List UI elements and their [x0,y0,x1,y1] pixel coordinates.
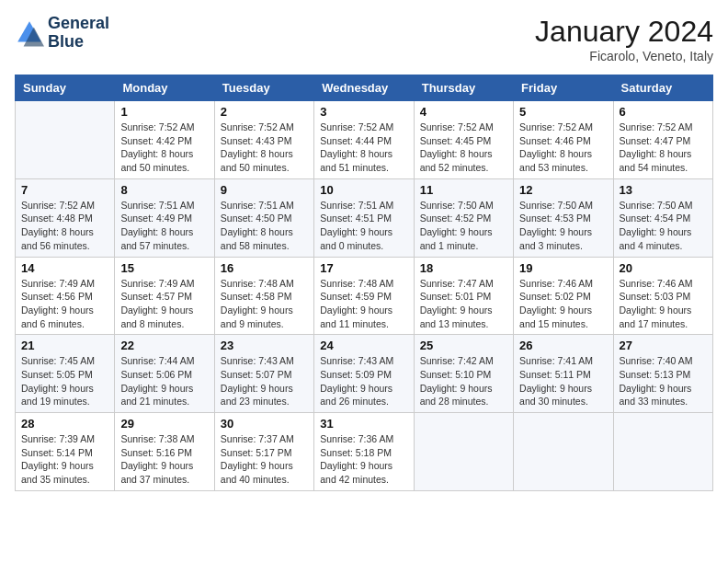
day-number: 13 [620,183,707,197]
day-number: 20 [620,261,707,275]
day-info: Sunrise: 7:37 AMSunset: 5:17 PMDaylight:… [221,432,308,487]
weekday-header-cell: Wednesday [314,75,414,101]
day-number: 2 [221,105,308,119]
day-info: Sunrise: 7:52 AMSunset: 4:42 PMDaylight:… [120,121,208,175]
calendar-week-row: 1Sunrise: 7:52 AMSunset: 4:42 PMDaylight… [16,101,713,179]
calendar-day-cell: 24Sunrise: 7:43 AMSunset: 5:09 PMDayligh… [314,335,414,413]
calendar-day-cell: 11Sunrise: 7:50 AMSunset: 4:52 PMDayligh… [414,178,513,257]
day-info: Sunrise: 7:36 AMSunset: 5:18 PMDaylight:… [320,432,407,487]
weekday-header-cell: Monday [115,75,214,101]
day-info: Sunrise: 7:51 AMSunset: 4:49 PMDaylight:… [120,199,208,253]
day-info: Sunrise: 7:51 AMSunset: 4:51 PMDaylight:… [320,199,407,253]
day-number: 4 [420,105,507,119]
calendar-day-cell: 5Sunrise: 7:52 AMSunset: 4:46 PMDaylight… [514,101,613,179]
day-number: 28 [21,417,108,431]
location: Ficarolo, Veneto, Italy [535,49,713,63]
day-number: 26 [519,339,607,352]
day-info: Sunrise: 7:48 AMSunset: 4:59 PMDaylight:… [320,277,407,331]
calendar-day-cell: 22Sunrise: 7:44 AMSunset: 5:06 PMDayligh… [115,335,214,413]
day-info: Sunrise: 7:41 AMSunset: 5:11 PMDaylight:… [519,354,607,408]
calendar-day-cell: 31Sunrise: 7:36 AMSunset: 5:18 PMDayligh… [314,413,414,491]
day-number: 18 [420,261,507,275]
calendar-day-cell: 23Sunrise: 7:43 AMSunset: 5:07 PMDayligh… [214,335,313,413]
calendar-day-cell: 8Sunrise: 7:51 AMSunset: 4:49 PMDaylight… [115,178,214,257]
day-number: 21 [21,339,108,352]
day-info: Sunrise: 7:45 AMSunset: 5:05 PMDaylight:… [21,354,108,408]
logo: General Blue [15,15,109,52]
day-info: Sunrise: 7:52 AMSunset: 4:45 PMDaylight:… [420,121,507,175]
calendar-day-cell: 14Sunrise: 7:49 AMSunset: 4:56 PMDayligh… [16,257,115,335]
day-number: 6 [620,105,707,119]
day-info: Sunrise: 7:38 AMSunset: 5:16 PMDaylight:… [120,432,208,487]
title-block: January 2024 Ficarolo, Veneto, Italy [535,15,713,63]
calendar-day-cell: 9Sunrise: 7:51 AMSunset: 4:50 PMDaylight… [214,178,313,257]
day-info: Sunrise: 7:42 AMSunset: 5:10 PMDaylight:… [420,354,507,408]
day-info: Sunrise: 7:50 AMSunset: 4:54 PMDaylight:… [620,199,707,253]
calendar-day-cell: 25Sunrise: 7:42 AMSunset: 5:10 PMDayligh… [414,335,513,413]
weekday-header-cell: Thursday [414,75,513,101]
logo-text: General Blue [48,15,109,52]
day-info: Sunrise: 7:40 AMSunset: 5:13 PMDaylight:… [620,354,707,408]
calendar-day-cell: 16Sunrise: 7:48 AMSunset: 4:58 PMDayligh… [214,257,313,335]
page-header: General Blue January 2024 Ficarolo, Vene… [15,15,713,63]
day-number: 23 [221,339,308,352]
calendar-table: SundayMondayTuesdayWednesdayThursdayFrid… [15,75,713,491]
day-number: 15 [120,261,208,275]
calendar-day-cell: 6Sunrise: 7:52 AMSunset: 4:47 PMDaylight… [613,101,712,179]
calendar-day-cell: 1Sunrise: 7:52 AMSunset: 4:42 PMDaylight… [115,101,214,179]
day-number: 25 [420,339,507,352]
weekday-header-cell: Tuesday [214,75,313,101]
day-number: 14 [21,261,108,275]
calendar-day-cell: 15Sunrise: 7:49 AMSunset: 4:57 PMDayligh… [115,257,214,335]
calendar-day-cell: 13Sunrise: 7:50 AMSunset: 4:54 PMDayligh… [613,178,712,257]
day-number: 5 [519,105,607,119]
weekday-header-row: SundayMondayTuesdayWednesdayThursdayFrid… [16,75,713,101]
day-info: Sunrise: 7:52 AMSunset: 4:48 PMDaylight:… [21,199,108,253]
day-number: 10 [320,183,407,197]
weekday-header-cell: Sunday [16,75,115,101]
day-info: Sunrise: 7:52 AMSunset: 4:46 PMDaylight:… [519,121,607,175]
day-info: Sunrise: 7:52 AMSunset: 4:47 PMDaylight:… [620,121,707,175]
calendar-day-cell: 7Sunrise: 7:52 AMSunset: 4:48 PMDaylight… [16,178,115,257]
day-info: Sunrise: 7:50 AMSunset: 4:52 PMDaylight:… [420,199,507,253]
day-info: Sunrise: 7:44 AMSunset: 5:06 PMDaylight:… [120,354,208,408]
calendar-day-cell: 12Sunrise: 7:50 AMSunset: 4:53 PMDayligh… [514,178,613,257]
day-number: 24 [320,339,407,352]
calendar-day-cell [613,413,712,491]
calendar-day-cell: 2Sunrise: 7:52 AMSunset: 4:43 PMDaylight… [214,101,313,179]
calendar-day-cell: 4Sunrise: 7:52 AMSunset: 4:45 PMDaylight… [414,101,513,179]
calendar-week-row: 21Sunrise: 7:45 AMSunset: 5:05 PMDayligh… [16,335,713,413]
day-number: 17 [320,261,407,275]
calendar-day-cell [514,413,613,491]
day-number: 30 [221,417,308,431]
day-info: Sunrise: 7:46 AMSunset: 5:03 PMDaylight:… [620,277,707,331]
calendar-day-cell: 20Sunrise: 7:46 AMSunset: 5:03 PMDayligh… [613,257,712,335]
day-number: 7 [21,183,108,197]
calendar-week-row: 7Sunrise: 7:52 AMSunset: 4:48 PMDaylight… [16,178,713,257]
day-info: Sunrise: 7:52 AMSunset: 4:43 PMDaylight:… [221,121,308,175]
month-title: January 2024 [535,15,713,49]
day-info: Sunrise: 7:48 AMSunset: 4:58 PMDaylight:… [221,277,308,331]
calendar-week-row: 28Sunrise: 7:39 AMSunset: 5:14 PMDayligh… [16,413,713,491]
weekday-header-cell: Saturday [613,75,712,101]
day-number: 19 [519,261,607,275]
calendar-day-cell: 27Sunrise: 7:40 AMSunset: 5:13 PMDayligh… [613,335,712,413]
calendar-day-cell [414,413,513,491]
day-number: 9 [221,183,308,197]
day-number: 27 [620,339,707,352]
weekday-header-cell: Friday [514,75,613,101]
calendar-day-cell: 17Sunrise: 7:48 AMSunset: 4:59 PMDayligh… [314,257,414,335]
calendar-day-cell: 21Sunrise: 7:45 AMSunset: 5:05 PMDayligh… [16,335,115,413]
calendar-day-cell: 30Sunrise: 7:37 AMSunset: 5:17 PMDayligh… [214,413,313,491]
day-number: 3 [320,105,407,119]
calendar-day-cell: 26Sunrise: 7:41 AMSunset: 5:11 PMDayligh… [514,335,613,413]
day-info: Sunrise: 7:49 AMSunset: 4:56 PMDaylight:… [21,277,108,331]
day-number: 1 [120,105,208,119]
day-number: 8 [120,183,208,197]
day-info: Sunrise: 7:47 AMSunset: 5:01 PMDaylight:… [420,277,507,331]
logo-icon [15,18,44,48]
calendar-body: 1Sunrise: 7:52 AMSunset: 4:42 PMDaylight… [16,101,713,491]
calendar-day-cell: 29Sunrise: 7:38 AMSunset: 5:16 PMDayligh… [115,413,214,491]
calendar-day-cell: 19Sunrise: 7:46 AMSunset: 5:02 PMDayligh… [514,257,613,335]
day-number: 11 [420,183,507,197]
